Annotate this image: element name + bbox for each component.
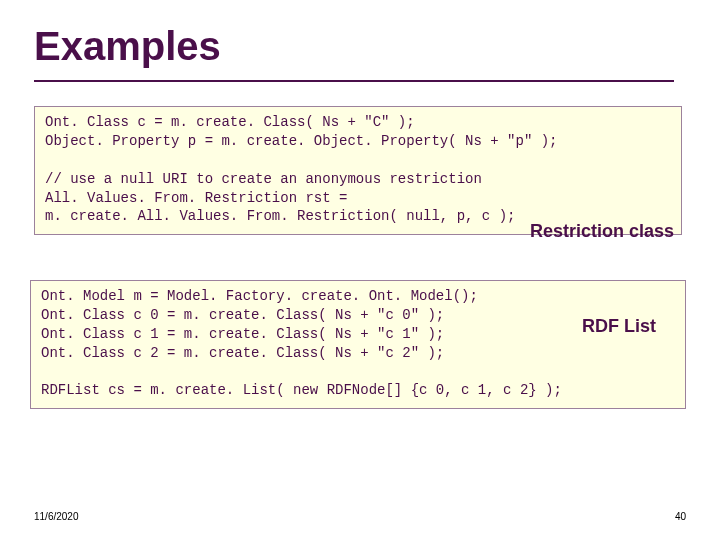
annotation-rdf-list: RDF List [582, 316, 656, 337]
code-box-rdflist: Ont. Model m = Model. Factory. create. O… [30, 280, 686, 409]
footer-page-number: 40 [675, 511, 686, 522]
title-underline [34, 80, 674, 82]
code-line: RDFList cs = m. create. List( new RDFNod… [41, 382, 562, 398]
code-line: Ont. Class c = m. create. Class( Ns + "C… [45, 114, 415, 130]
code-line: // use a null URI to create an anonymous… [45, 171, 482, 187]
code-line: Ont. Model m = Model. Factory. create. O… [41, 288, 478, 304]
code-line: All. Values. From. Restriction rst = [45, 190, 347, 206]
code-line: Object. Property p = m. create. Object. … [45, 133, 557, 149]
code-line: m. create. All. Values. From. Restrictio… [45, 208, 515, 224]
code-box-restriction: Ont. Class c = m. create. Class( Ns + "C… [34, 106, 682, 235]
code-line: Ont. Class c 0 = m. create. Class( Ns + … [41, 307, 444, 323]
page-title: Examples [34, 24, 221, 69]
code-line: Ont. Class c 2 = m. create. Class( Ns + … [41, 345, 444, 361]
annotation-restriction-class: Restriction class [530, 221, 674, 242]
slide: Examples Ont. Class c = m. create. Class… [0, 0, 720, 540]
footer-date: 11/6/2020 [34, 511, 79, 522]
code-line: Ont. Class c 1 = m. create. Class( Ns + … [41, 326, 444, 342]
